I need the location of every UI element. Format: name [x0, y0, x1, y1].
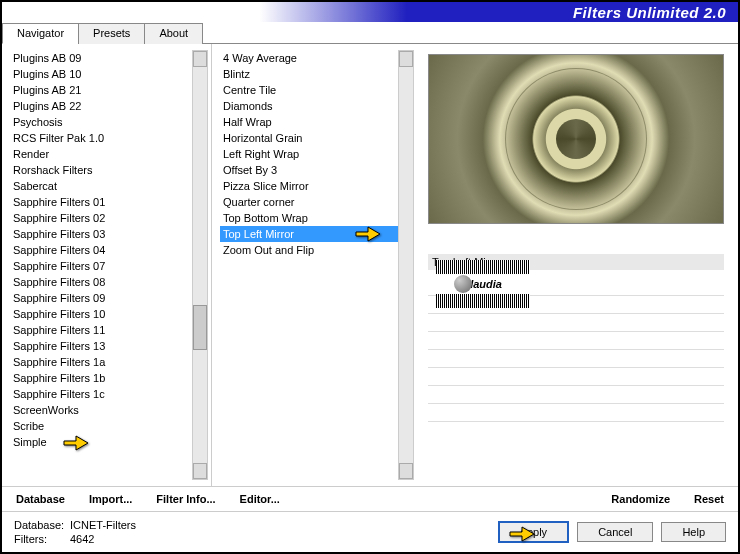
footer: Database:ICNET-Filters Filters:4642 Appl… — [2, 512, 738, 552]
filter-panel: 4 Way AverageBlintzCentre TileDiamondsHa… — [212, 44, 418, 486]
tab-presets[interactable]: Presets — [78, 23, 145, 44]
tab-navigator[interactable]: Navigator — [2, 23, 79, 44]
list-item[interactable]: Simple — [10, 434, 192, 450]
list-item[interactable]: Quarter corner — [220, 194, 398, 210]
scroll-track[interactable] — [193, 67, 207, 463]
filter-preview — [428, 54, 724, 224]
tab-bar: Navigator Presets About — [2, 22, 738, 44]
scroll-up-icon[interactable] — [399, 51, 413, 67]
list-item[interactable]: Zoom Out and Flip — [220, 242, 398, 258]
list-item[interactable]: Offset By 3 — [220, 162, 398, 178]
plugin-scrollbar[interactable] — [192, 50, 208, 480]
list-item[interactable]: Sapphire Filters 1b — [10, 370, 192, 386]
list-item[interactable]: Pizza Slice Mirror — [220, 178, 398, 194]
pointer-icon — [354, 221, 382, 243]
list-item[interactable]: Sapphire Filters 10 — [10, 306, 192, 322]
scroll-down-icon[interactable] — [399, 463, 413, 479]
app-title: Filters Unlimited 2.0 — [573, 4, 726, 21]
list-item[interactable]: Half Wrap — [220, 114, 398, 130]
list-item[interactable]: Sapphire Filters 03 — [10, 226, 192, 242]
list-item[interactable]: Sapphire Filters 07 — [10, 258, 192, 274]
param-slot — [428, 314, 724, 332]
import-button[interactable]: Import... — [89, 493, 132, 505]
list-item[interactable]: Plugins AB 09 — [10, 50, 192, 66]
title-bar: Filters Unlimited 2.0 — [2, 2, 738, 22]
plugin-list[interactable]: Plugins AB 09Plugins AB 10Plugins AB 21P… — [10, 50, 192, 480]
filter-list[interactable]: 4 Way AverageBlintzCentre TileDiamondsHa… — [220, 50, 398, 480]
list-item[interactable]: Scribe — [10, 418, 192, 434]
scroll-thumb[interactable] — [193, 305, 207, 350]
editor-button[interactable]: Editor... — [240, 493, 280, 505]
database-label: Database: — [14, 518, 70, 532]
list-item[interactable]: 4 Way Average — [220, 50, 398, 66]
param-slot — [428, 404, 724, 422]
list-item[interactable]: Sapphire Filters 01 — [10, 194, 192, 210]
scroll-down-icon[interactable] — [193, 463, 207, 479]
list-item[interactable]: Blintz — [220, 66, 398, 82]
param-slot — [428, 350, 724, 368]
cancel-button[interactable]: Cancel — [577, 522, 653, 542]
list-item[interactable]: Sapphire Filters 13 — [10, 338, 192, 354]
scroll-track[interactable] — [399, 67, 413, 463]
list-item[interactable]: Sapphire Filters 02 — [10, 210, 192, 226]
list-item[interactable]: Plugins AB 21 — [10, 82, 192, 98]
list-item[interactable]: Sapphire Filters 1c — [10, 386, 192, 402]
list-item[interactable]: Horizontal Grain — [220, 130, 398, 146]
randomize-button[interactable]: Randomize — [611, 493, 670, 505]
list-item[interactable]: RCS Filter Pak 1.0 — [10, 130, 192, 146]
list-item[interactable]: Sapphire Filters 1a — [10, 354, 192, 370]
param-slot — [428, 332, 724, 350]
filters-value: 4642 — [70, 533, 94, 545]
watermark-badge: claudia — [436, 260, 530, 304]
scroll-up-icon[interactable] — [193, 51, 207, 67]
list-item[interactable]: Left Right Wrap — [220, 146, 398, 162]
database-button[interactable]: Database — [16, 493, 65, 505]
list-item[interactable]: Sapphire Filters 08 — [10, 274, 192, 290]
list-item[interactable]: ScreenWorks — [10, 402, 192, 418]
list-item[interactable]: Psychosis — [10, 114, 192, 130]
database-value: ICNET-Filters — [70, 519, 136, 531]
list-item[interactable]: Sapphire Filters 04 — [10, 242, 192, 258]
toolbar: Database Import... Filter Info... Editor… — [2, 486, 738, 512]
filter-scrollbar[interactable] — [398, 50, 414, 480]
list-item[interactable]: Sapphire Filters 11 — [10, 322, 192, 338]
list-item[interactable]: Sabercat — [10, 178, 192, 194]
filter-info-button[interactable]: Filter Info... — [156, 493, 215, 505]
pointer-icon — [62, 430, 90, 452]
pointer-icon — [508, 521, 536, 543]
plugin-panel: Plugins AB 09Plugins AB 10Plugins AB 21P… — [2, 44, 212, 486]
list-item[interactable]: Plugins AB 10 — [10, 66, 192, 82]
tab-about[interactable]: About — [144, 23, 203, 44]
main-content: Plugins AB 09Plugins AB 10Plugins AB 21P… — [2, 44, 738, 486]
list-item[interactable]: Diamonds — [220, 98, 398, 114]
list-item[interactable]: Rorshack Filters — [10, 162, 192, 178]
param-slot — [428, 368, 724, 386]
filters-label: Filters: — [14, 532, 70, 546]
status-info: Database:ICNET-Filters Filters:4642 — [14, 518, 136, 546]
list-item[interactable]: Render — [10, 146, 192, 162]
param-slot — [428, 386, 724, 404]
list-item[interactable]: Centre Tile — [220, 82, 398, 98]
reset-button[interactable]: Reset — [694, 493, 724, 505]
help-button[interactable]: Help — [661, 522, 726, 542]
list-item[interactable]: Plugins AB 22 — [10, 98, 192, 114]
list-item[interactable]: Sapphire Filters 09 — [10, 290, 192, 306]
